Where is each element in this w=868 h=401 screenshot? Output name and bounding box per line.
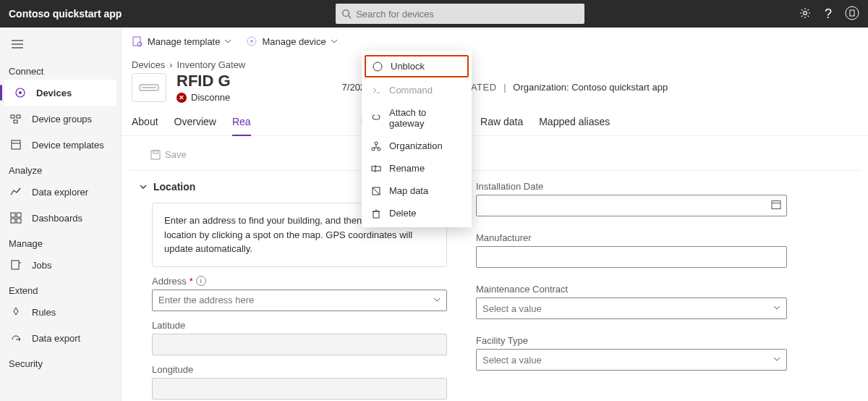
menu-item-organization[interactable]: Organization <box>362 135 472 157</box>
svg-point-32 <box>373 62 382 71</box>
app-title: Contoso quickstart app <box>9 8 122 20</box>
maintenance-select[interactable] <box>476 297 787 319</box>
data-export-icon <box>10 332 22 344</box>
menu-item-delete[interactable]: Delete <box>362 202 472 224</box>
manage-template-button[interactable]: Manage template <box>132 35 231 47</box>
address-input[interactable] <box>152 290 447 311</box>
content-toolbar: Save <box>129 139 861 171</box>
svg-line-42 <box>373 187 380 195</box>
search-box[interactable] <box>336 4 584 24</box>
facility-select[interactable] <box>476 349 787 371</box>
nav-section-extend: Extend <box>0 278 121 299</box>
svg-point-35 <box>372 148 375 151</box>
sidebar-item-label: Devices <box>36 88 72 98</box>
sidebar-item-device-groups[interactable]: Device groups <box>0 106 121 132</box>
help-icon[interactable]: ? <box>825 7 832 22</box>
tab-overview[interactable]: Overview <box>174 116 216 135</box>
maintenance-label: Maintenance Contract <box>476 284 787 295</box>
menu-item-label: Rename <box>389 163 425 174</box>
disconnected-icon: ✕ <box>176 93 187 103</box>
menu-item-attach[interactable]: Attach to gateway <box>362 101 472 135</box>
device-avatar <box>132 73 166 102</box>
gear-icon[interactable] <box>799 7 812 22</box>
svg-rect-10 <box>11 115 14 118</box>
svg-point-0 <box>343 10 349 17</box>
sidebar-item-dashboards[interactable]: Dashboards <box>0 205 121 231</box>
sidebar: Connect Devices Device groups Device tem… <box>0 28 122 401</box>
chevron-down-icon <box>224 38 231 45</box>
sidebar-item-label: Rules <box>32 307 56 318</box>
main-content: Manage template Manage device Devices › … <box>122 28 868 401</box>
sidebar-item-rules[interactable]: Rules <box>0 299 121 325</box>
nav-section-manage: Manage <box>0 231 121 252</box>
longitude-input[interactable] <box>152 378 447 400</box>
installation-date-label: Installation Date <box>476 181 787 192</box>
menu-item-label: Delete <box>389 208 417 219</box>
jobs-icon <box>10 259 22 271</box>
svg-point-36 <box>378 148 380 151</box>
svg-rect-19 <box>12 261 19 269</box>
nav-section-connect: Connect <box>0 59 121 80</box>
svg-rect-17 <box>11 219 15 223</box>
manufacturer-label: Manufacturer <box>476 232 787 243</box>
svg-rect-4 <box>850 10 854 16</box>
manufacturer-input[interactable] <box>476 246 787 268</box>
save-icon <box>150 150 161 160</box>
longitude-label: Longitude <box>152 364 447 375</box>
sidebar-item-label: Device templates <box>32 140 104 151</box>
devices-icon <box>14 87 26 98</box>
sidebar-item-devices[interactable]: Devices <box>4 80 116 106</box>
svg-point-3 <box>846 7 859 20</box>
svg-rect-18 <box>17 219 21 223</box>
chevron-down-icon <box>139 182 148 191</box>
menu-item-command: Command <box>362 79 472 101</box>
svg-rect-13 <box>12 140 20 149</box>
sidebar-item-data-export[interactable]: Data export <box>0 325 121 351</box>
device-header: RFID G ✕ Disconne 7/2022, 1:08:57 PM | S… <box>122 72 868 109</box>
org-label: Organization: <box>513 82 569 93</box>
rules-icon <box>10 306 22 318</box>
sidebar-item-device-templates[interactable]: Device templates <box>0 132 121 158</box>
menu-item-label: Attach to gateway <box>389 107 463 129</box>
svg-line-1 <box>349 16 352 19</box>
search-input[interactable] <box>356 9 579 20</box>
svg-point-2 <box>804 11 807 14</box>
sidebar-item-label: Data export <box>32 333 80 344</box>
svg-rect-28 <box>151 151 160 159</box>
dashboards-icon <box>10 212 22 224</box>
installation-date-input[interactable] <box>476 195 787 216</box>
save-button[interactable]: Save <box>150 149 187 160</box>
chevron-right-icon: › <box>169 59 172 70</box>
svg-rect-29 <box>153 151 158 153</box>
latitude-input[interactable] <box>152 334 447 355</box>
menu-item-unblock[interactable]: Unblock <box>365 55 469 77</box>
svg-rect-22 <box>133 37 140 46</box>
tab-mapped-aliases[interactable]: Mapped aliases <box>539 116 610 135</box>
facility-label: Facility Type <box>476 335 787 346</box>
svg-rect-43 <box>373 211 379 218</box>
svg-rect-15 <box>11 213 15 217</box>
template-icon <box>132 35 143 47</box>
tab-readings[interactable]: Rea <box>232 116 251 136</box>
svg-point-34 <box>375 142 378 145</box>
unblock-icon <box>372 62 383 72</box>
feedback-icon[interactable] <box>845 6 859 22</box>
menu-item-rename[interactable]: Rename <box>362 157 472 180</box>
command-bar: Manage template Manage device <box>122 28 868 55</box>
delete-icon <box>370 208 382 219</box>
sidebar-item-data-explorer[interactable]: Data explorer <box>0 179 121 205</box>
manage-device-label: Manage device <box>262 36 326 47</box>
save-label: Save <box>165 149 187 160</box>
manage-device-button[interactable]: Manage device <box>246 35 337 47</box>
tab-about[interactable]: About <box>132 116 158 135</box>
menu-item-label: Command <box>389 85 433 96</box>
menu-item-map-data[interactable]: Map data <box>362 180 472 202</box>
nav-section-security: Security <box>0 351 121 372</box>
tab-raw-data[interactable]: Raw data <box>480 116 523 135</box>
device-templates-icon <box>10 139 22 151</box>
sidebar-item-jobs[interactable]: Jobs <box>0 252 121 278</box>
nav-section-analyze: Analyze <box>0 158 121 179</box>
breadcrumb-root[interactable]: Devices <box>132 59 165 70</box>
info-icon[interactable]: i <box>196 276 206 286</box>
hamburger-button[interactable] <box>0 32 121 59</box>
